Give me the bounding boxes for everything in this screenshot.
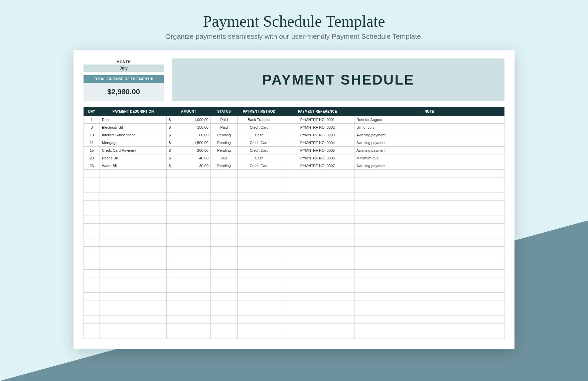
table-row-empty <box>84 324 504 331</box>
table-header-row: DAY PAYMENT DESCRIPTION AMOUNT STATUS PA… <box>84 107 504 116</box>
cell-day: 11 <box>84 139 100 147</box>
cell-reference: PYMNTRF NO. 0001 <box>281 116 354 124</box>
cell-day: 15 <box>84 147 100 154</box>
cell-method: Credit Card <box>238 139 281 147</box>
table-row-empty <box>84 254 504 262</box>
table-row: 10Internet Subscription$60.00PendingCash… <box>84 131 504 139</box>
cell-amount: 60.00 <box>174 131 211 139</box>
page-subtitle: Organize payments seamlessly with our us… <box>0 32 588 40</box>
table-row-empty <box>84 177 504 185</box>
cell-currency: $ <box>167 131 174 139</box>
table-row-empty <box>84 316 504 324</box>
table-row: 20Phone Bill$40.00DueCashPYMNTRF NO. 000… <box>84 154 504 162</box>
table-row-empty <box>84 239 504 247</box>
th-note: NOTE <box>354 107 504 116</box>
table-row-empty <box>84 270 504 277</box>
cell-currency: $ <box>167 139 174 147</box>
total-expense-value: $2,980.00 <box>84 83 164 101</box>
cell-method: Credit Card <box>238 147 281 154</box>
cell-method: Credit Card <box>238 124 281 131</box>
page-title: Payment Schedule Template <box>0 12 588 30</box>
cell-reference: PYMNTRF NO. 0003 <box>281 131 354 139</box>
cell-currency: $ <box>167 124 174 131</box>
cell-status: Pending <box>211 139 238 147</box>
th-amount: AMOUNT <box>167 107 211 116</box>
table-row-empty <box>84 293 504 300</box>
table-row: 15Credit Card Payment$200.00PendingCredi… <box>84 147 504 154</box>
cell-method: Cash <box>238 154 281 162</box>
cell-status: Paid <box>211 116 238 124</box>
cell-status: Pending <box>211 147 238 154</box>
cell-currency: $ <box>167 154 174 162</box>
table-row-empty <box>84 331 504 339</box>
cell-method: Credit Card <box>238 162 281 170</box>
table-row-empty <box>84 193 504 201</box>
table-row: 11Mortgage$1,500.00PendingCredit CardPYM… <box>84 139 504 147</box>
cell-description: Electricity Bill <box>100 124 167 131</box>
cell-amount: 40.00 <box>174 154 211 162</box>
th-day: DAY <box>84 107 100 116</box>
cell-status: Pending <box>211 131 238 139</box>
cell-status: Due <box>211 154 238 162</box>
banner-text: PAYMENT SHEDULE <box>262 72 415 88</box>
page-header: Payment Schedule Template Organize payme… <box>0 0 588 40</box>
th-method: PAYMENT METHOD <box>238 107 281 116</box>
table-row-empty <box>84 185 504 193</box>
table-row: 3Electricity Bill$150.00PaidCredit CardP… <box>84 124 504 131</box>
table-row: 1Rent$1,000.00PaidBank TransferPYMNTRF N… <box>84 116 504 124</box>
table-row-empty <box>84 277 504 285</box>
cell-day: 10 <box>84 131 100 139</box>
cell-method: Cash <box>238 131 281 139</box>
summary-block: MONTH July TOTAL EXPENSE OF THE MONTH: $… <box>84 58 164 101</box>
table-row-empty <box>84 300 504 308</box>
table-row-empty <box>84 308 504 316</box>
cell-reference: PYMNTRF NO. 0004 <box>281 139 354 147</box>
cell-note: Awaiting payment <box>354 147 504 154</box>
cell-day: 20 <box>84 154 100 162</box>
table-row-empty <box>84 201 504 208</box>
cell-day: 1 <box>84 116 100 124</box>
cell-note: Minimum due <box>354 154 504 162</box>
cell-amount: 1,500.00 <box>174 139 211 147</box>
template-card: MONTH July TOTAL EXPENSE OF THE MONTH: $… <box>74 50 514 349</box>
cell-status: Pending <box>211 162 238 170</box>
cell-amount: 150.00 <box>174 124 211 131</box>
cell-description: Internet Subscription <box>100 131 167 139</box>
cell-day: 3 <box>84 124 100 131</box>
cell-description: Water Bill <box>100 162 167 170</box>
th-reference: PAYMENT REFERENCE <box>281 107 354 116</box>
cell-reference: PYMNTRF NO. 0002 <box>281 124 354 131</box>
payment-table: DAY PAYMENT DESCRIPTION AMOUNT STATUS PA… <box>84 107 504 339</box>
cell-reference: PYMNTRF NO. 0005 <box>281 147 354 154</box>
cell-currency: $ <box>167 116 174 124</box>
cell-description: Rent <box>100 116 167 124</box>
cell-amount: 1,000.00 <box>174 116 211 124</box>
cell-reference: PYMNTRF NO. 0006 <box>281 154 354 162</box>
th-description: PAYMENT DESCRIPTION <box>100 107 167 116</box>
title-banner: PAYMENT SHEDULE <box>172 58 504 101</box>
table-row-empty <box>84 216 504 224</box>
table-row-empty <box>84 208 504 216</box>
cell-status: Paid <box>211 124 238 131</box>
table-row: 26Water Bill$30.00PendingCredit CardPYMN… <box>84 162 504 170</box>
table-body: 1Rent$1,000.00PaidBank TransferPYMNTRF N… <box>84 116 504 339</box>
cell-currency: $ <box>167 147 174 154</box>
table-row-empty <box>84 247 504 254</box>
table-row-empty <box>84 262 504 270</box>
month-label: MONTH <box>84 58 164 65</box>
cell-day: 26 <box>84 162 100 170</box>
table-row-empty <box>84 285 504 293</box>
cell-note: Bill for July <box>354 124 504 131</box>
th-status: STATUS <box>211 107 238 116</box>
cell-description: Mortgage <box>100 139 167 147</box>
cell-note: Rent for August <box>354 116 504 124</box>
cell-note: Awaiting payment <box>354 162 504 170</box>
cell-description: Credit Card Payment <box>100 147 167 154</box>
table-row-empty <box>84 231 504 239</box>
table-row-empty <box>84 170 504 177</box>
cell-amount: 30.00 <box>174 162 211 170</box>
cell-reference: PYMNTRF NO. 0007 <box>281 162 354 170</box>
cell-note: Awaiting payment <box>354 139 504 147</box>
cell-note: Awaiting payment <box>354 131 504 139</box>
cell-currency: $ <box>167 162 174 170</box>
